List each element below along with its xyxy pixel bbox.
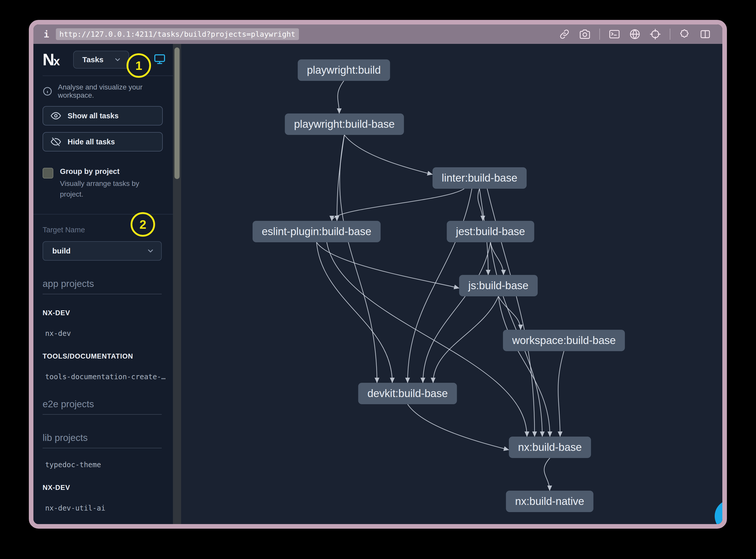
browser-window: i http://127.0.0.1:4211/tasks/build?proj…: [29, 20, 727, 529]
sidebar-scrollbar-track: [173, 44, 181, 524]
project-item[interactable]: tools-documentation-create-…: [45, 373, 173, 381]
chevron-down-icon: [147, 247, 155, 255]
sidebar: Nx Tasks Analyse and visualize your work…: [34, 44, 173, 524]
project-section-heading: app projects: [43, 278, 162, 294]
task-edge-linter-eslint: [332, 189, 464, 221]
task-edge-pw-build-base-eslint: [337, 135, 344, 221]
task-edge-nx-base-nx-native: [544, 458, 550, 491]
task-edge-jest-devkit: [423, 242, 490, 383]
chevron-down-icon: [114, 56, 121, 64]
terminal-icon[interactable]: [608, 28, 620, 40]
titlebar-divider: [670, 28, 670, 40]
url-field[interactable]: http://127.0.0.1:4211/tasks/build?projec…: [56, 28, 299, 40]
task-edge-pw-build-pw-build-base: [338, 81, 344, 113]
annotation-circle-1: 1: [127, 53, 151, 78]
sidebar-header: Nx Tasks: [43, 44, 173, 76]
show-all-tasks-label: Show all tasks: [68, 112, 118, 120]
titlebar-divider: [599, 28, 600, 40]
task-edge-pw-build-base-linter: [344, 135, 432, 174]
eye-icon: [51, 111, 61, 121]
info-icon: [43, 86, 52, 96]
mode-dropdown-label: Tasks: [82, 55, 104, 64]
puzzle-icon[interactable]: [679, 28, 691, 40]
project-group-title: TOOLS/DOCUMENTATION: [43, 353, 173, 360]
task-node-pw-build-base[interactable]: playwright:build-base: [285, 113, 404, 135]
annotation-circle-2: 2: [131, 212, 155, 237]
hide-all-tasks-label: Hide all tasks: [68, 138, 115, 146]
screenshot-stage: i http://127.0.0.1:4211/tasks/build?proj…: [0, 0, 756, 559]
task-edge-pw-build-base-devkit: [340, 135, 377, 383]
monitor-icon[interactable]: [154, 53, 166, 66]
window-content: Nx Tasks Analyse and visualize your work…: [34, 44, 722, 524]
sidebar-divider: [34, 214, 173, 215]
task-edge-js-devkit: [433, 296, 498, 383]
task-edge-eslint-js: [316, 242, 459, 288]
task-graph-edges: [181, 44, 722, 524]
workspace-subtitle: Analyse and visualize your workspace.: [58, 83, 165, 99]
task-edge-js-nx-base: [498, 296, 550, 437]
task-node-jest[interactable]: jest:build-base: [447, 221, 534, 242]
task-edge-jest-js: [490, 242, 504, 275]
split-view-icon[interactable]: [699, 28, 711, 40]
workspace-subtitle-row: Analyse and visualize your workspace.: [43, 83, 165, 99]
project-item[interactable]: typedoc-theme: [45, 461, 173, 469]
group-by-project-checkbox[interactable]: [43, 168, 53, 179]
titlebar-icons: [559, 28, 711, 40]
task-node-pw-build[interactable]: playwright:build: [298, 60, 390, 81]
target-name-select[interactable]: build: [43, 241, 162, 261]
crosshair-icon[interactable]: [649, 28, 661, 40]
project-section-heading: lib projects: [43, 432, 162, 448]
task-node-nx-native[interactable]: nx:build-native: [506, 491, 594, 512]
group-by-project-row: Group by project Visually arrange tasks …: [43, 167, 162, 200]
task-node-linter[interactable]: linter:build-base: [432, 167, 527, 189]
download-icon: [723, 508, 727, 524]
link-icon[interactable]: [559, 28, 570, 40]
eye-off-icon: [51, 137, 61, 147]
task-node-workspace[interactable]: workspace:build-base: [503, 330, 625, 351]
target-name-value: build: [52, 247, 71, 255]
project-item[interactable]: nx-dev-util-ai: [45, 504, 173, 512]
project-section-heading: e2e projects: [43, 399, 162, 415]
mode-dropdown[interactable]: Tasks: [73, 51, 129, 69]
show-all-tasks-button[interactable]: Show all tasks: [43, 106, 163, 126]
hide-all-tasks-button[interactable]: Hide all tasks: [43, 132, 163, 152]
project-group-title: NX-DEV: [43, 309, 173, 317]
project-item[interactable]: nx-dev: [45, 329, 173, 338]
project-group-title: NX-DEV: [43, 484, 173, 492]
nx-logo: Nx: [43, 50, 59, 69]
globe-icon[interactable]: [629, 28, 641, 40]
group-by-project-label: Group by project: [60, 167, 157, 176]
camera-icon[interactable]: [579, 28, 591, 40]
task-node-devkit[interactable]: devkit:build-base: [358, 383, 457, 404]
task-graph-canvas[interactable]: playwright:buildplaywright:build-baselin…: [181, 44, 722, 524]
info-glyph: i: [44, 29, 49, 40]
project-sections: app projectsNX-DEVnx-devTOOLS/DOCUMENTAT…: [43, 278, 173, 524]
task-edge-workspace-nx-base: [558, 351, 564, 437]
task-node-nx-base[interactable]: nx:build-base: [509, 437, 591, 458]
task-node-js[interactable]: js:build-base: [459, 275, 538, 296]
sidebar-scrollbar-thumb[interactable]: [175, 47, 180, 179]
group-by-project-description: Visually arrange tasks by project.: [60, 178, 157, 200]
task-node-eslint[interactable]: eslint-plugin:build-base: [252, 221, 381, 242]
browser-titlebar: i http://127.0.0.1:4211/tasks/build?proj…: [34, 24, 722, 44]
task-edge-devkit-nx-base: [407, 404, 509, 450]
